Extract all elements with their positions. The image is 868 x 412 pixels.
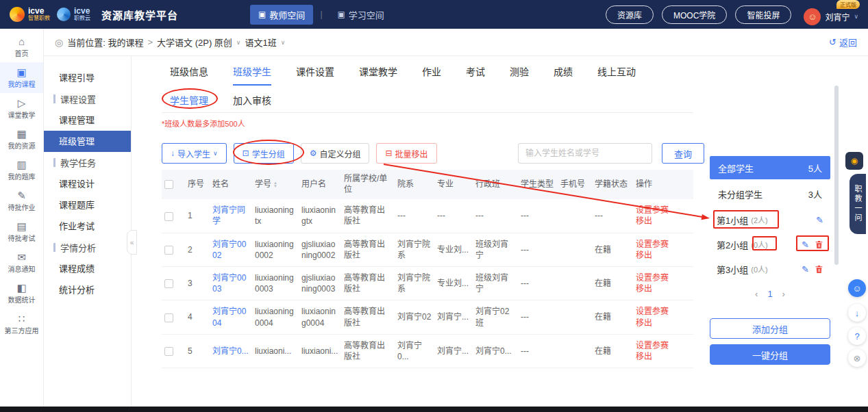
auto-group-button[interactable]: 一键分组 <box>710 344 830 365</box>
sidebar-item-third-party-apps[interactable]: ∷ 第三方应用 <box>0 309 43 339</box>
chevron-down-icon[interactable]: ∨ <box>236 39 241 46</box>
student-name-link[interactable]: 刘宵宁0003 <box>210 266 252 300</box>
col-header-student-id[interactable]: 学号▲▼ <box>252 170 299 199</box>
remove-link[interactable]: 移出 <box>636 250 691 261</box>
set-contest-link[interactable]: 设置参赛 <box>636 239 691 250</box>
qa-widget-icon[interactable]: ◉ <box>845 152 863 170</box>
student-name-link[interactable]: 刘宵宁0004 <box>210 300 252 334</box>
remove-link[interactable]: 移出 <box>636 318 691 329</box>
breadcrumb-class[interactable]: 语文1班 <box>245 36 276 49</box>
ungrouped-students-row[interactable]: 未分组学生 3人 <box>710 182 830 205</box>
sort-desc-icon[interactable]: ▼ <box>273 185 277 188</box>
tab-exam[interactable]: 考试 <box>466 64 485 86</box>
user-menu[interactable]: ☺ 正式版 刘宵宁 ∨ <box>804 4 858 25</box>
import-students-button[interactable]: ↓ 导入学生 ∨ <box>162 143 227 164</box>
set-contest-link[interactable]: 设置参赛 <box>636 340 691 351</box>
search-input[interactable] <box>518 143 652 164</box>
mooc-button[interactable]: MOOC学院 <box>662 5 727 24</box>
tab-online-interaction[interactable]: 线上互动 <box>597 64 636 86</box>
sidebar-item-my-courses[interactable]: ▣ 我的课程 <box>0 62 43 93</box>
student-name-link[interactable]: 刘宵宁0002 <box>210 233 252 266</box>
sidebar-item-pending-exams[interactable]: ▤ 待批考试 <box>0 216 43 247</box>
tab-homework[interactable]: 作业 <box>422 64 441 86</box>
submenu-collapse-button[interactable]: « <box>127 230 137 255</box>
remove-link[interactable]: 移出 <box>636 216 691 227</box>
student-grouping-button[interactable]: ⊡ 学生分组 <box>234 143 294 164</box>
set-contest-link[interactable]: 设置参赛 <box>636 272 691 283</box>
custom-grouping-button[interactable]: ⚙ 自定义分组 <box>301 143 370 164</box>
tab-grades[interactable]: 成绩 <box>554 64 573 86</box>
submenu-item-course-guide[interactable]: 课程引导 <box>44 67 131 88</box>
submenu-item-statistics-analysis[interactable]: 统计分析 <box>44 279 131 300</box>
submenu-item-course-management[interactable]: 课程管理 <box>44 110 131 131</box>
current-page[interactable]: 1 <box>767 289 772 299</box>
submenu-item-homework-exam[interactable]: 作业考试 <box>44 216 131 237</box>
close-widget-icon[interactable]: ⊗ <box>848 349 866 367</box>
next-page-icon[interactable]: › <box>782 289 785 299</box>
sidebar-item-pending-homework[interactable]: ✎ 待批作业 <box>0 185 43 216</box>
sidebar-item-data-statistics[interactable]: ◧ 数据统计 <box>0 278 43 309</box>
qa-side-tab[interactable]: 职教一问 <box>850 174 866 234</box>
edit-group-icon[interactable]: ✎ <box>816 216 823 224</box>
sidebar-item-label: 首页 <box>15 48 29 58</box>
help-icon[interactable]: ? <box>848 327 866 345</box>
sidebar-item-classroom-teaching[interactable]: ▷ 课堂教学 <box>0 93 43 124</box>
select-all-checkbox[interactable] <box>164 180 173 189</box>
chevron-down-icon[interactable]: ∨ <box>281 39 286 46</box>
sidebar-item-home[interactable]: ⌂ 首页 <box>0 31 43 62</box>
vertical-scrollbar[interactable] <box>834 86 839 265</box>
student-name-link[interactable]: 刘宵宁同学 <box>210 199 252 233</box>
student-name-link[interactable]: 刘宵宁0... <box>210 334 252 368</box>
remove-link[interactable]: 移出 <box>636 283 691 294</box>
edit-group-icon[interactable]: ✎ <box>802 240 809 249</box>
customer-service-icon[interactable]: ☺ <box>848 279 866 297</box>
subtab-join-review[interactable]: 加入审核 <box>233 93 271 107</box>
delete-group-icon[interactable] <box>815 240 823 249</box>
group-row-1[interactable]: 第1小组 (2人) ✎ <box>710 209 830 230</box>
tab-courseware-settings[interactable]: 课件设置 <box>296 64 334 86</box>
add-group-button[interactable]: 添加分组 <box>710 318 830 339</box>
subtab-student-management[interactable]: 学生管理 <box>170 93 208 107</box>
submenu-section-learning-analysis[interactable]: 学情分析 <box>44 237 131 258</box>
sidebar-item-label: 我的课程 <box>8 79 36 89</box>
prev-page-icon[interactable]: ‹ <box>755 289 758 299</box>
row-checkbox[interactable] <box>164 212 173 221</box>
resource-library-button[interactable]: 资源库 <box>606 5 654 24</box>
smart-cast-button[interactable]: 智能投屏 <box>735 5 791 24</box>
submenu-section-teaching-tasks[interactable]: 教学任务 <box>44 152 131 173</box>
submenu-section-label: 课程设置 <box>60 92 96 105</box>
submenu-item-class-management[interactable]: 班级管理 <box>44 131 131 152</box>
submenu-item-course-question-bank[interactable]: 课程题库 <box>44 194 131 216</box>
batch-remove-button[interactable]: ⊟ 批量移出 <box>376 143 436 164</box>
set-contest-link[interactable]: 设置参赛 <box>636 306 691 317</box>
sidebar-item-my-resources[interactable]: ▦ 我的资源 <box>0 124 43 155</box>
teacher-space-tab[interactable]: ▣ 教师空间 <box>250 5 313 25</box>
group-row-2[interactable]: 第2小组 (0人) ✎ <box>710 234 830 255</box>
set-contest-link[interactable]: 设置参赛 <box>636 205 691 216</box>
row-checkbox[interactable] <box>164 246 173 255</box>
tab-class-students[interactable]: 班级学生 <box>233 64 271 86</box>
row-checkbox[interactable] <box>164 279 173 288</box>
sidebar-item-my-question-bank[interactable]: ▥ 我的题库 <box>0 155 43 185</box>
group-row-3[interactable]: 第3小组 (0人) ✎ <box>710 259 830 279</box>
remove-link[interactable]: 移出 <box>636 351 691 362</box>
submenu-item-course-grades[interactable]: 课程成绩 <box>44 258 131 279</box>
submenu-section-course-settings[interactable]: 课程设置 <box>44 88 131 110</box>
sidebar-item-notifications[interactable]: ✉ 消息通知 <box>0 247 43 278</box>
tab-class-info[interactable]: 班级信息 <box>170 64 208 86</box>
tab-quiz[interactable]: 测验 <box>510 64 529 86</box>
sort-icon[interactable]: ▲▼ <box>273 181 277 188</box>
learning-space-tab[interactable]: ▣ 学习空间 <box>330 5 393 25</box>
search-button[interactable]: 查询 <box>662 143 704 164</box>
all-students-header[interactable]: 全部学生 5人 <box>710 156 830 179</box>
delete-group-icon[interactable] <box>815 265 823 274</box>
submenu-item-course-design[interactable]: 课程设计 <box>44 173 131 194</box>
row-checkbox[interactable] <box>164 347 173 356</box>
download-float-icon[interactable]: ↓ <box>848 304 866 322</box>
tab-classroom-teaching[interactable]: 课堂教学 <box>359 64 397 86</box>
sidebar-item-label: 待批考试 <box>8 233 36 243</box>
edit-group-icon[interactable]: ✎ <box>802 265 809 274</box>
breadcrumb-course[interactable]: 大学语文 (2P) 原创 <box>157 36 232 49</box>
back-button[interactable]: ↺ 返回 <box>829 36 857 49</box>
row-checkbox[interactable] <box>164 313 173 322</box>
